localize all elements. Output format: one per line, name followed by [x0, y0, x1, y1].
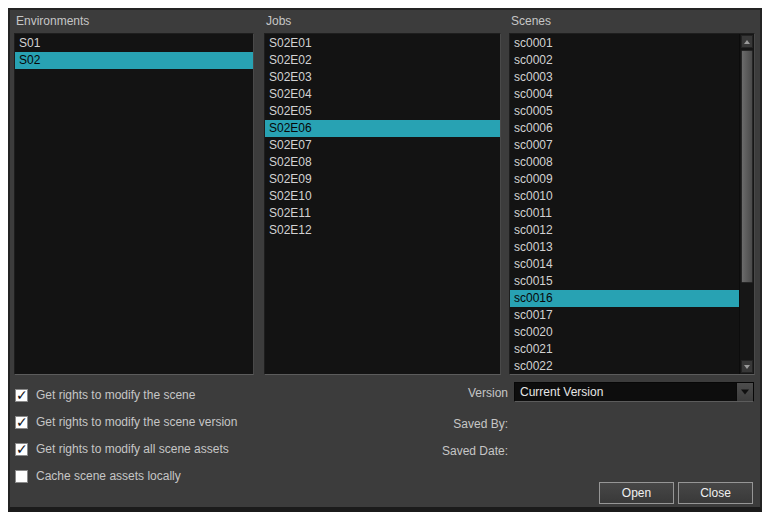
list-item[interactable]: sc0021: [510, 341, 739, 358]
scroll-up-icon: [744, 40, 750, 44]
list-item[interactable]: sc0010: [510, 188, 739, 205]
saved-by-label: Saved By:: [388, 417, 508, 431]
jobs-list[interactable]: S02E01S02E02S02E03S02E04S02E05S02E06S02E…: [264, 33, 501, 375]
scenes-list[interactable]: sc0001sc0002sc0003sc0004sc0005sc0006sc00…: [509, 33, 755, 375]
checkbox-modify-all-assets[interactable]: [15, 443, 28, 456]
jobs-label: Jobs: [266, 14, 291, 28]
checkbox-row-modify-scene[interactable]: Get rights to modify the scene: [15, 387, 195, 403]
list-item[interactable]: S02E03: [265, 69, 500, 86]
close-button[interactable]: Close: [678, 482, 753, 504]
list-item[interactable]: S02E09: [265, 171, 500, 188]
environments-label: Environments: [16, 14, 89, 28]
list-item[interactable]: sc0014: [510, 256, 739, 273]
list-item[interactable]: S02E04: [265, 86, 500, 103]
open-button[interactable]: Open: [599, 482, 674, 504]
scroll-up-button[interactable]: [741, 35, 753, 48]
scenes-label: Scenes: [511, 14, 551, 28]
checkbox-modify-scene-version[interactable]: [15, 416, 28, 429]
scenes-rows: sc0001sc0002sc0003sc0004sc0005sc0006sc00…: [510, 35, 739, 375]
list-item[interactable]: sc0008: [510, 154, 739, 171]
list-item[interactable]: S02E05: [265, 103, 500, 120]
list-item[interactable]: S02E01: [265, 35, 500, 52]
list-item[interactable]: sc0006: [510, 120, 739, 137]
scroll-down-icon: [744, 365, 750, 369]
open-scene-dialog: Environments S01S02 Jobs S02E01S02E02S02…: [8, 8, 762, 512]
list-item[interactable]: S02E10: [265, 188, 500, 205]
checkbox-row-modify-scene-version[interactable]: Get rights to modify the scene version: [15, 414, 237, 430]
checkbox-row-modify-all-assets[interactable]: Get rights to modify all scene assets: [15, 441, 229, 457]
version-value: Current Version: [520, 385, 603, 399]
list-item[interactable]: sc0001: [510, 35, 739, 52]
environments-list[interactable]: S01S02: [14, 33, 254, 375]
list-item[interactable]: sc0004: [510, 86, 739, 103]
dropdown-arrow-button[interactable]: [736, 383, 753, 401]
list-item[interactable]: S02E08: [265, 154, 500, 171]
list-item[interactable]: S02E07: [265, 137, 500, 154]
chevron-down-icon: [741, 390, 749, 395]
list-item[interactable]: sc0002: [510, 52, 739, 69]
list-item[interactable]: S02E06: [265, 120, 500, 137]
list-item[interactable]: sc0005: [510, 103, 739, 120]
checkbox-modify-scene[interactable]: [15, 389, 28, 402]
list-item[interactable]: sc0020: [510, 324, 739, 341]
jobs-rows: S02E01S02E02S02E03S02E04S02E05S02E06S02E…: [265, 35, 500, 239]
environments-rows: S01S02: [15, 35, 253, 69]
list-item[interactable]: S02E12: [265, 222, 500, 239]
list-item[interactable]: sc0017: [510, 307, 739, 324]
list-item[interactable]: sc0011: [510, 205, 739, 222]
checkbox-label: Get rights to modify the scene version: [36, 415, 237, 429]
list-item[interactable]: sc0003: [510, 69, 739, 86]
checkbox-label: Get rights to modify the scene: [36, 388, 195, 402]
checkbox-row-cache-assets[interactable]: Cache scene assets locally: [15, 468, 181, 484]
list-item[interactable]: sc0016: [510, 290, 739, 307]
version-dropdown[interactable]: Current Version: [514, 382, 754, 402]
scroll-down-button[interactable]: [741, 360, 753, 373]
list-item[interactable]: sc0009: [510, 171, 739, 188]
list-item[interactable]: sc0007: [510, 137, 739, 154]
checkbox-cache-assets[interactable]: [15, 470, 28, 483]
list-item[interactable]: sc0012: [510, 222, 739, 239]
version-label: Version: [388, 386, 508, 400]
checkbox-label: Get rights to modify all scene assets: [36, 442, 229, 456]
list-item[interactable]: sc0013: [510, 239, 739, 256]
list-item[interactable]: sc0015: [510, 273, 739, 290]
list-item[interactable]: S02E11: [265, 205, 500, 222]
scenes-scrollbar[interactable]: [739, 34, 754, 374]
list-item[interactable]: S02E02: [265, 52, 500, 69]
checkbox-label: Cache scene assets locally: [36, 469, 181, 483]
list-item[interactable]: S02: [15, 52, 253, 69]
scrollbar-thumb[interactable]: [741, 50, 753, 283]
saved-date-label: Saved Date:: [388, 444, 508, 458]
list-item[interactable]: S01: [15, 35, 253, 52]
list-item[interactable]: sc0022: [510, 358, 739, 375]
